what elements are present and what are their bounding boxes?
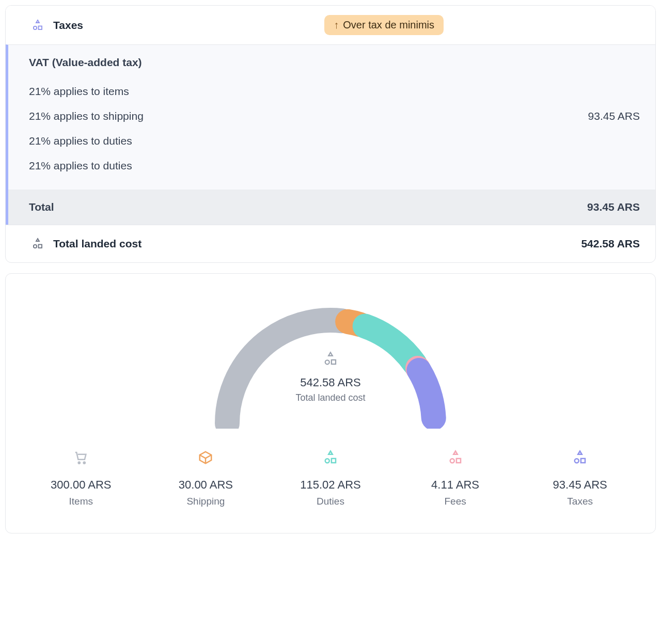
landed-cost-amount: 542.58 ARS (581, 238, 640, 250)
svg-point-8 (325, 459, 329, 463)
cart-icon (21, 449, 141, 466)
taxes-total-row: Total 93.45 ARS (6, 190, 655, 225)
gauge-chart: 542.58 ARS Total landed cost (21, 294, 640, 429)
svg-point-6 (78, 462, 80, 463)
vat-line: 21% applies to duties (29, 153, 640, 178)
legend-label: Fees (396, 496, 515, 507)
svg-point-0 (34, 26, 37, 29)
vat-line-label: 21% applies to items (29, 85, 129, 98)
legend-label: Items (21, 496, 141, 507)
svg-point-7 (83, 462, 85, 463)
legend-item-taxes: 93.45 ARS Taxes (520, 449, 640, 507)
svg-rect-11 (456, 459, 460, 463)
shapes-icon (32, 238, 44, 250)
taxes-card: Taxes ↑ Over tax de minimis VAT (Value-a… (5, 5, 656, 263)
shapes-icon (279, 351, 382, 367)
shapes-icon (520, 449, 640, 466)
vat-line: 21% applies to items (29, 79, 640, 104)
vat-line: 21% applies to shipping 93.45 ARS (29, 104, 640, 129)
taxes-total-amount: 93.45 ARS (587, 201, 640, 213)
vat-line-label: 21% applies to duties (29, 160, 132, 172)
gauge-center-value: 542.58 ARS (279, 376, 382, 389)
taxes-title: Taxes (53, 19, 83, 32)
svg-point-2 (34, 245, 37, 248)
chart-legend: 300.00 ARS Items 30.00 ARS Shipping (21, 449, 640, 507)
legend-value: 300.00 ARS (21, 478, 141, 492)
svg-rect-13 (581, 459, 585, 463)
vat-line: 21% applies to duties (29, 129, 640, 153)
legend-value: 93.45 ARS (520, 478, 640, 492)
svg-rect-1 (39, 26, 42, 29)
box-icon (146, 449, 266, 466)
total-landed-cost-row: Total landed cost 542.58 ARS (6, 225, 655, 262)
legend-label: Duties (271, 496, 390, 507)
arrow-up-icon: ↑ (334, 19, 339, 31)
legend-label: Taxes (520, 496, 640, 507)
svg-rect-9 (332, 459, 336, 463)
taxes-header: Taxes ↑ Over tax de minimis (6, 6, 655, 44)
legend-value: 30.00 ARS (146, 478, 266, 492)
vat-line-label: 21% applies to shipping (29, 110, 144, 122)
shapes-icon (396, 449, 515, 466)
svg-rect-5 (332, 360, 336, 364)
legend-value: 115.02 ARS (271, 478, 390, 492)
shapes-icon (32, 19, 44, 32)
legend-value: 4.11 ARS (396, 478, 515, 492)
badge-text: Over tax de minimis (343, 19, 434, 31)
vat-line-amount: 93.45 ARS (588, 110, 640, 122)
legend-label: Shipping (146, 496, 266, 507)
svg-rect-3 (39, 245, 42, 248)
legend-item-fees: 4.11 ARS Fees (396, 449, 515, 507)
landed-cost-label: Total landed cost (53, 238, 141, 250)
over-de-minimis-badge: ↑ Over tax de minimis (324, 15, 444, 35)
gauge-center: 542.58 ARS Total landed cost (279, 351, 382, 403)
legend-item-shipping: 30.00 ARS Shipping (146, 449, 266, 507)
legend-item-items: 300.00 ARS Items (21, 449, 141, 507)
vat-line-label: 21% applies to duties (29, 135, 132, 147)
gauge-center-label: Total landed cost (279, 392, 382, 403)
landed-cost-chart-card: 542.58 ARS Total landed cost 300.00 ARS … (5, 273, 656, 533)
svg-point-10 (450, 459, 454, 463)
svg-point-12 (575, 459, 579, 463)
vat-title: VAT (Value-added tax) (29, 56, 640, 69)
vat-block: VAT (Value-added tax) 21% applies to ite… (6, 44, 655, 190)
shapes-icon (271, 449, 390, 466)
svg-point-4 (325, 360, 329, 364)
taxes-total-label: Total (29, 201, 54, 213)
legend-item-duties: 115.02 ARS Duties (271, 449, 390, 507)
